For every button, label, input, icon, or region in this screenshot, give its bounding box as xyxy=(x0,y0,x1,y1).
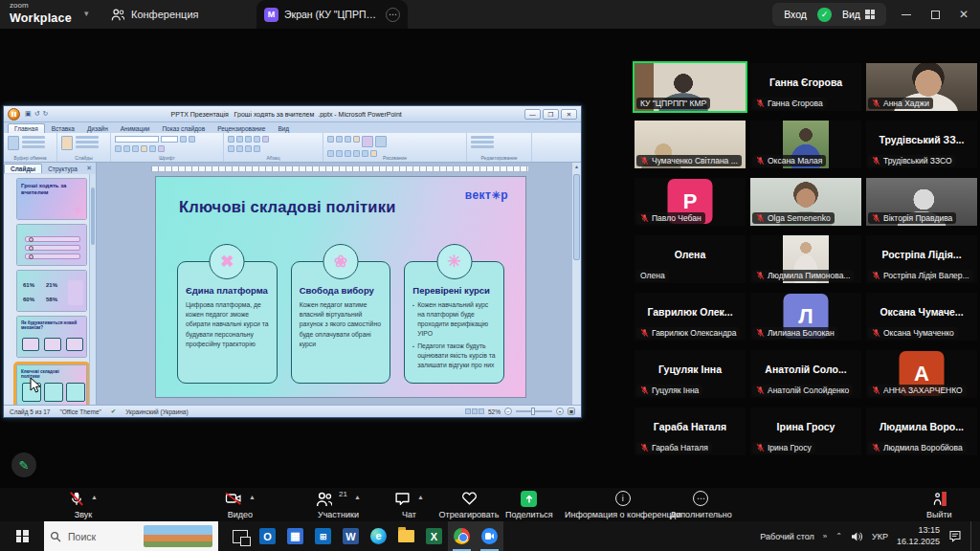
participants-button[interactable]: 21 ▲ Участники xyxy=(316,491,361,519)
ppt-minimize-button[interactable]: — xyxy=(524,109,541,120)
close-button[interactable]: ✕ xyxy=(949,0,978,29)
slide-thumbnail-2[interactable]: 2 xyxy=(16,224,87,266)
ribbon-group-slides[interactable]: Слайды xyxy=(57,133,111,162)
leave-button[interactable]: Выйти xyxy=(926,491,952,519)
start-button[interactable] xyxy=(0,521,44,551)
store-app[interactable]: ⊞ xyxy=(309,521,337,551)
chrome-browser[interactable] xyxy=(448,521,476,551)
view-mode-buttons[interactable] xyxy=(465,408,484,414)
ribbon-group-editing[interactable]: Редактирование xyxy=(467,133,532,162)
hidden-icons-caret[interactable]: ⌃ xyxy=(835,532,842,540)
tab-screen-share[interactable]: M Экран (КУ "ЦПРПП" КМР) ⋯ xyxy=(256,0,408,29)
annotate-button[interactable]: ✎ xyxy=(11,452,36,477)
shape-styles-icon[interactable] xyxy=(362,136,373,147)
ppt-titlebar[interactable]: ▣↺↻ PPTX Презентація _Гроші ходять за вч… xyxy=(4,106,581,122)
excel-app[interactable]: X xyxy=(420,521,448,551)
paste-icon[interactable] xyxy=(8,136,19,150)
view-button[interactable]: Вид xyxy=(842,9,875,20)
notification-center-icon[interactable] xyxy=(948,530,962,542)
zoom-percent[interactable]: 52% xyxy=(488,408,501,415)
ribbon-tab-insert[interactable]: Вставка xyxy=(46,124,80,133)
language-indicator[interactable]: УКР xyxy=(872,532,888,541)
zoom-in-icon[interactable]: + xyxy=(556,408,564,415)
participant-tile[interactable]: Анатолій Соло... Анатолій Солойденко xyxy=(750,350,861,398)
ribbon-group-paragraph[interactable]: Абзац xyxy=(224,133,323,162)
quick-access-toolbar[interactable]: ▣↺↻ xyxy=(25,110,48,118)
ribbon-tab-slideshow[interactable]: Показ слайдов xyxy=(156,124,211,133)
zoom-workplace-logo[interactable]: zoom Workplace xyxy=(10,2,72,25)
participants-options-caret[interactable]: ▲ xyxy=(354,494,361,500)
participant-tile[interactable]: Оксана Малая xyxy=(750,121,861,168)
status-language[interactable]: Украинский (Украина) xyxy=(125,408,188,415)
panel-tab-slides[interactable]: Слайды xyxy=(4,164,42,173)
undo-icon[interactable]: ↺ xyxy=(34,110,40,118)
show-desktop-strip[interactable] xyxy=(970,521,974,551)
more-button[interactable]: ⋯ Дополнительно xyxy=(670,491,732,519)
participant-tile[interactable]: Гаврилюк Олек... Гаврилюк Олександра xyxy=(635,293,746,341)
spellcheck-icon[interactable]: ✔ xyxy=(111,408,116,415)
ribbon-group-font[interactable]: Шрифт xyxy=(111,133,224,162)
ppt-close-button[interactable]: ✕ xyxy=(561,109,577,120)
task-view-button[interactable] xyxy=(226,521,254,551)
speaker-icon[interactable] xyxy=(851,531,863,542)
slide-thumbnail-3[interactable]: 3 61% 21% 60% 58% xyxy=(16,270,87,312)
participant-tile[interactable]: Олена Олена xyxy=(635,235,746,283)
font-size-combo[interactable] xyxy=(161,136,178,143)
tab-conference[interactable]: Конференция xyxy=(103,0,206,29)
fit-window-icon[interactable]: ▣ xyxy=(568,408,575,415)
participant-tile[interactable]: Гуцуляк Інна Гуцуляк Інна xyxy=(635,350,746,398)
video-options-caret[interactable]: ▲ xyxy=(249,494,256,500)
participant-tile[interactable]: Ганна Єгорова Ганна Єгорова xyxy=(750,63,861,111)
outlook-app[interactable]: O xyxy=(254,521,281,551)
login-button[interactable]: Вход xyxy=(784,9,807,20)
search-highlight-image[interactable] xyxy=(144,525,212,547)
meeting-info-button[interactable]: i Информация о конференции xyxy=(565,491,681,519)
participant-tile[interactable]: Ірина Гросу Ірина Гросу xyxy=(750,408,861,455)
minimize-button[interactable] xyxy=(892,0,921,29)
zoom-slider[interactable] xyxy=(516,410,552,412)
photos-app[interactable]: ▦ xyxy=(281,521,309,551)
slide-thumbnail-5-selected[interactable]: 5 Ключові складові політики xyxy=(16,364,87,405)
participant-tile[interactable]: P Павло Чебан xyxy=(635,178,746,226)
participant-tile[interactable]: Olga Semenenko xyxy=(750,178,861,226)
edge-browser[interactable]: e xyxy=(365,521,392,551)
zoom-app[interactable] xyxy=(476,521,503,551)
ribbon-tab-home[interactable]: Главная xyxy=(8,123,45,133)
current-slide[interactable]: Ключові складові політики вект✳р ✖ Єдина… xyxy=(155,176,526,398)
audio-options-caret[interactable]: ▲ xyxy=(91,494,98,500)
participant-tile[interactable]: Людмила Воро... Людмила Воробйова xyxy=(866,408,977,455)
save-icon[interactable]: ▣ xyxy=(25,110,32,118)
zoom-out-icon[interactable]: − xyxy=(504,408,512,415)
participant-tile[interactable]: Оксана Чумаче... Оксана Чумаченко xyxy=(866,293,977,341)
participant-tile[interactable]: Гараба Наталя Гараба Наталя xyxy=(635,408,746,455)
font-name-combo[interactable] xyxy=(115,136,159,143)
panel-scrollbar[interactable] xyxy=(89,174,96,405)
tab-more-icon[interactable]: ⋯ xyxy=(386,8,400,22)
chat-button[interactable]: ▲ Чат xyxy=(394,491,424,519)
participant-tile[interactable]: Л Лилиана Болокан xyxy=(750,293,861,341)
desktop-label[interactable]: Рабочий стол xyxy=(760,532,814,541)
participant-tile[interactable]: Ростріпа Лідія... Ростріпа Лідія Валер..… xyxy=(866,235,977,283)
ribbon-tab-animations[interactable]: Анимации xyxy=(115,124,156,133)
participant-tile[interactable]: Чумаченко Світлана ... xyxy=(635,121,746,168)
ppt-restore-button[interactable]: ❐ xyxy=(543,109,559,120)
chat-options-caret[interactable]: ▲ xyxy=(417,494,424,500)
new-slide-icon[interactable] xyxy=(61,136,73,150)
file-explorer[interactable] xyxy=(392,521,420,551)
panel-tab-outline[interactable]: Структура xyxy=(42,165,83,173)
participant-tile[interactable]: КУ "ЦПРПП" КМР xyxy=(635,63,746,111)
chevron-down-icon[interactable]: ▾ xyxy=(84,9,89,18)
share-button[interactable]: Поделиться xyxy=(505,491,553,519)
react-button[interactable]: Отреагировать xyxy=(435,491,502,519)
participant-tile[interactable]: А АННА ЗАХАРЧЕНКО xyxy=(866,350,977,398)
slide-scrollbar[interactable]: ▲ xyxy=(571,163,581,405)
ribbon-group-clipboard[interactable]: Буфер обмена xyxy=(4,133,57,162)
panel-close-icon[interactable]: ✕ xyxy=(86,165,96,172)
slide-thumbnail-1[interactable]: 1 Гроші ходять за вчителем ✳ xyxy=(16,178,87,220)
overflow-chevrons-icon[interactable]: » xyxy=(823,532,827,540)
ribbon-tab-design[interactable]: Дизайн xyxy=(81,124,114,133)
participant-tile[interactable]: Людмила Пимонова... xyxy=(750,235,861,283)
taskbar-search[interactable]: Поиск xyxy=(44,521,218,551)
slide-thumbnail-4[interactable]: 4 Як будуватиметься новий механізм? xyxy=(16,316,87,358)
maximize-button[interactable] xyxy=(921,0,949,29)
